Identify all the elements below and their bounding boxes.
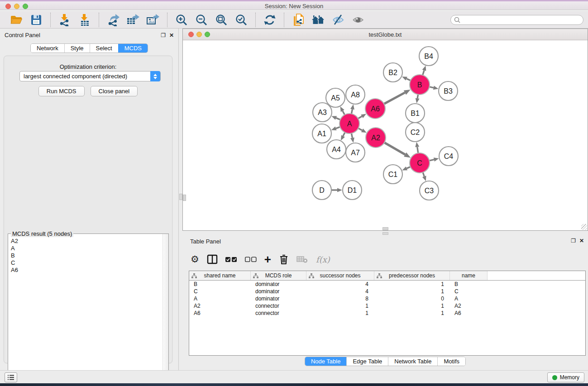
memory-button[interactable]: Memory [547, 372, 584, 382]
table-row[interactable]: Adominator80A [189, 295, 585, 302]
table-cell[interactable]: dominator [251, 288, 306, 295]
clone-network-icon[interactable] [291, 13, 306, 27]
mcds-result-item[interactable]: A6 [11, 267, 160, 274]
tab-mcds[interactable]: MCDS [118, 44, 148, 52]
table-close-icon[interactable]: ✕ [579, 238, 584, 243]
table-cell[interactable]: 1 [306, 310, 374, 316]
deselect-all-icon[interactable] [245, 253, 257, 266]
table-cell[interactable]: 1 [374, 281, 450, 287]
table-cell[interactable]: 1 [374, 303, 450, 309]
delete-column-icon[interactable] [279, 253, 289, 266]
table-cell[interactable]: 1 [374, 310, 450, 316]
mcds-result-item[interactable]: B [11, 252, 160, 259]
export-image-icon[interactable] [145, 13, 161, 27]
mcds-result-scrollbar[interactable] [163, 234, 168, 386]
network-resize-grip[interactable] [581, 224, 587, 230]
table-cell[interactable]: B [189, 281, 251, 287]
node-table[interactable]: shared nameMCDS rolesuccessor nodesprede… [189, 271, 586, 356]
horizontal-splitter-handle[interactable] [382, 232, 388, 235]
optimization-select[interactable]: largest connected component (directed) [19, 71, 161, 81]
add-column-icon[interactable]: + [264, 253, 271, 266]
table-cell[interactable]: 4 [306, 288, 374, 295]
mcds-result-list[interactable]: A2ABCA6 [9, 236, 162, 386]
zoom-in-icon[interactable] [174, 13, 189, 27]
float-panel-icon[interactable]: ❐ [161, 33, 166, 38]
search-input[interactable] [461, 16, 583, 24]
table-cell[interactable]: 1 [306, 303, 374, 309]
network-vertical-scrollbar[interactable] [183, 195, 186, 201]
table-panel: Table Panel ❐ ✕ ⚙ + f(x) shared name [182, 235, 588, 370]
table-row[interactable]: Cdominator41C [189, 288, 585, 295]
import-network-icon[interactable] [57, 13, 72, 27]
import-table-icon[interactable] [77, 13, 92, 27]
table-tab-edge-table[interactable]: Edge Table [346, 357, 388, 366]
open-file-icon[interactable] [9, 13, 24, 27]
export-network-icon[interactable] [105, 13, 121, 27]
table-cell[interactable]: C [189, 288, 251, 295]
home-icon[interactable] [311, 13, 326, 27]
edge-A6-B[interactable] [383, 93, 405, 105]
table-cell[interactable]: 1 [374, 288, 450, 295]
table-settings-icon[interactable]: ⚙ [191, 253, 199, 266]
zoom-selected-icon[interactable] [234, 13, 249, 27]
table-float-icon[interactable]: ❐ [571, 238, 576, 243]
vertical-splitter-handle[interactable] [179, 194, 182, 200]
search-icon [454, 16, 461, 24]
table-cell[interactable]: A2 [189, 303, 251, 309]
refresh-icon[interactable] [262, 13, 277, 27]
memory-status-icon [552, 375, 557, 380]
mcds-result-item[interactable]: A2 [11, 238, 160, 245]
table-cell[interactable]: dominator [251, 295, 306, 302]
table-tab-network-table[interactable]: Network Table [388, 357, 437, 366]
table-cell[interactable]: A6 [189, 310, 251, 316]
table-cell[interactable]: 8 [306, 295, 374, 302]
task-history-button[interactable] [5, 372, 17, 382]
delete-table-icon [296, 253, 308, 266]
mcds-result-item[interactable]: C [11, 259, 160, 267]
column-header-shared-name[interactable]: shared name [189, 271, 251, 280]
table-cell[interactable]: A2 [450, 303, 488, 309]
hide-panels-icon[interactable] [330, 13, 346, 27]
table-row[interactable]: A6connector11A6 [189, 310, 585, 317]
column-header-predecessor-nodes[interactable]: predecessor nodes [374, 271, 450, 280]
table-cell[interactable]: 0 [374, 295, 450, 302]
network-window-titlebar[interactable]: testGlobe.txt [183, 29, 588, 40]
network-horizontal-scrollbar[interactable] [382, 227, 388, 230]
mcds-result-box: MCDS result (5 nodes) A2ABCA6 [8, 234, 169, 386]
mcds-result-item[interactable]: A [11, 245, 160, 252]
table-row[interactable]: A2connector11A2 [189, 302, 585, 310]
select-all-icon[interactable] [225, 253, 237, 266]
table-tab-motifs[interactable]: Motifs [437, 357, 465, 366]
column-header-name[interactable]: name [450, 271, 488, 280]
table-cell[interactable]: 4 [306, 281, 374, 287]
export-table-icon[interactable] [125, 13, 141, 27]
tab-select[interactable]: Select [90, 44, 118, 52]
tab-style[interactable]: Style [64, 44, 90, 52]
run-mcds-button[interactable]: Run MCDS [38, 86, 85, 96]
tab-network[interactable]: Network [31, 44, 64, 52]
table-tab-node-table[interactable]: Node Table [305, 357, 347, 366]
close-panel-button[interactable]: Close panel [91, 86, 138, 96]
zoom-fit-icon[interactable] [214, 13, 229, 27]
table-cell[interactable]: B [450, 281, 488, 287]
show-panels-icon[interactable] [350, 13, 366, 27]
table-cell[interactable]: A6 [450, 310, 488, 316]
edge-A2-C[interactable] [383, 142, 405, 154]
select-stepper-icon[interactable] [150, 71, 160, 81]
table-cell[interactable]: A [189, 295, 251, 302]
column-header-successor-nodes[interactable]: successor nodes [306, 271, 374, 280]
table-cell[interactable]: C [450, 288, 488, 295]
column-header-MCDS-role[interactable]: MCDS role [251, 271, 306, 280]
control-panel-tabs: NetworkStyleSelectMCDS [30, 43, 148, 53]
network-canvas[interactable]: AA1A2A3A4A5A6A7A8BB1B2B3B4CC1C2C3C4DD1 [183, 40, 588, 230]
close-panel-icon[interactable]: ✕ [169, 33, 174, 38]
table-cell[interactable]: connector [251, 310, 306, 316]
save-session-icon[interactable] [29, 13, 44, 27]
table-cell[interactable]: connector [251, 303, 306, 309]
table-cell[interactable]: A [450, 295, 488, 302]
zoom-out-icon[interactable] [194, 13, 209, 27]
column-selector-icon[interactable] [207, 253, 218, 266]
table-cell[interactable]: dominator [251, 281, 306, 287]
network-graph[interactable]: AA1A2A3A4A5A6A7A8BB1B2B3B4CC1C2C3C4DD1 [183, 40, 588, 230]
table-row[interactable]: Bdominator41B [189, 281, 585, 288]
